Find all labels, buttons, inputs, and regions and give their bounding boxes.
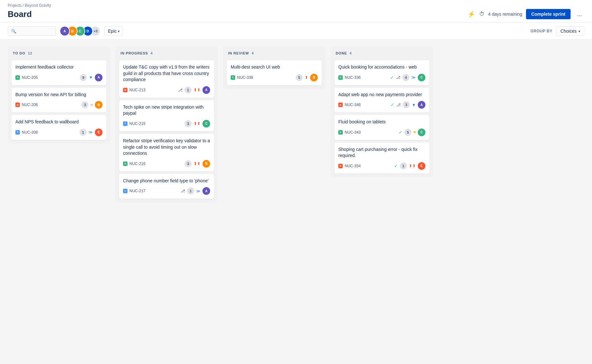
user-avatar: A <box>418 101 425 109</box>
user-avatar: A <box>202 187 210 195</box>
epic-label: Epic <box>108 29 117 34</box>
issue-id: NUC-205 <box>22 75 38 80</box>
column-header: IN REVIEW 4 <box>227 50 322 58</box>
card[interactable]: Refactor stripe verification key validat… <box>119 134 214 171</box>
card[interactable]: Change phone number field type to 'phone… <box>119 174 214 199</box>
issue-type-icon: T <box>123 189 127 193</box>
issue-id: NUC-336 <box>345 75 361 80</box>
column-count-inprogress: 4 <box>151 51 153 55</box>
complete-sprint-button[interactable]: Complete sprint <box>526 9 571 19</box>
priority-icon: ≡ <box>90 103 93 107</box>
card-title: Multi-dest search UI web <box>231 64 318 70</box>
issue-type-icon: B <box>338 103 343 107</box>
card-title: Quick booking for accomodations - web <box>338 64 425 70</box>
user-avatar: E <box>95 128 103 136</box>
column-header: DONE 4 <box>334 50 429 58</box>
branch-icon: ⎇ <box>396 75 400 80</box>
priority-icon: ⬆⬆ <box>193 121 201 126</box>
issue-type-icon: S <box>123 161 127 166</box>
count-badge: 1 <box>185 87 192 94</box>
priority-icon: ≫ <box>411 75 416 80</box>
issue-type-icon: B <box>123 88 127 92</box>
issue-id: NUC-213 <box>129 88 145 92</box>
branch-icon: ⎇ <box>396 103 401 107</box>
count-badge: 9 <box>80 74 87 81</box>
user-avatar: B <box>95 101 103 109</box>
card-title: Bump version for new API for billing <box>15 92 103 98</box>
card[interactable]: Multi-dest search UI web S NUC-338 5 ⬆ B <box>227 60 322 85</box>
search-box[interactable]: 🔍 <box>8 26 56 36</box>
choices-dropdown[interactable]: Choices ▾ <box>556 26 584 36</box>
column-header: IN PROGRESS 4 <box>119 50 214 58</box>
priority-icon: ⬆⬆ <box>193 161 201 166</box>
card[interactable]: Add NPS feedback to wallboard T NUC-208 … <box>12 115 106 140</box>
card-title: Shoping cart purchasing error - quick fi… <box>338 146 425 159</box>
card-title: Add NPS feedback to wallboard <box>15 119 103 125</box>
priority-icon: ≫ <box>88 130 93 135</box>
column-title-done: DONE <box>336 51 347 55</box>
chevron-down-icon: ▾ <box>118 29 119 33</box>
user-avatar: E <box>418 162 425 170</box>
issue-type-icon: S <box>15 75 20 80</box>
issue-type-icon: S <box>338 130 343 135</box>
card-title: Refactor stripe verification key validat… <box>123 138 210 157</box>
column-title-inprogress: IN PROGRESS <box>120 51 148 55</box>
branch-icon: ⎇ <box>181 189 185 193</box>
avatar[interactable]: A <box>60 26 70 36</box>
card[interactable]: Update T&C copy with v1.9 from the write… <box>119 60 214 98</box>
column-count-todo: 12 <box>28 51 32 55</box>
search-input[interactable] <box>18 29 52 34</box>
user-avatar: C <box>202 120 210 128</box>
issue-id: NUC-216 <box>129 161 145 166</box>
group-by-label: GROUP BY <box>530 29 553 33</box>
card-title: Change phone number field type to 'phone… <box>123 178 210 184</box>
issue-type-icon: B <box>338 164 343 168</box>
count-badge: 1 <box>79 129 86 136</box>
card[interactable]: Adapt web app no new payments provider B… <box>334 88 429 113</box>
count-badge: 3 <box>81 101 88 108</box>
priority-icon: ▼ <box>89 75 93 80</box>
issue-id: NUC-208 <box>22 130 38 135</box>
clock-icon: ⏱ <box>479 11 484 17</box>
issue-id: NUC-346 <box>345 103 361 107</box>
user-avatar: B <box>310 74 318 81</box>
priority-icon: ≡ <box>413 130 416 135</box>
count-badge: 4 <box>402 74 409 81</box>
column-title-inreview: IN REVIEW <box>228 51 249 55</box>
avatar-group: A B C D +3 <box>60 26 101 36</box>
card[interactable]: Implement feedback collector S NUC-205 9… <box>12 60 106 85</box>
count-badge: 1 <box>187 187 194 194</box>
count-badge: 5 <box>404 129 411 136</box>
priority-icon: ▼ <box>412 103 416 107</box>
issue-type-icon: T <box>123 121 127 126</box>
search-icon: 🔍 <box>11 29 16 34</box>
column-done: DONE 4 Quick booking for accomodations -… <box>331 46 433 178</box>
check-icon: ✓ <box>390 75 394 80</box>
user-avatar: B <box>202 160 210 168</box>
check-icon: ✓ <box>399 130 402 135</box>
column-inprogress: IN PROGRESS 4 Update T&C copy with v1.9 … <box>115 46 218 203</box>
column-count-inreview: 4 <box>251 51 254 55</box>
column-inreview: IN REVIEW 4 Multi-dest search UI web S N… <box>223 46 325 89</box>
more-options-button[interactable]: ... <box>574 10 584 19</box>
count-badge: 3 <box>185 120 192 127</box>
card[interactable]: Shoping cart purchasing error - quick fi… <box>334 143 429 174</box>
issue-id: NUC-206 <box>22 103 38 107</box>
card[interactable]: Bump version for new API for billing B N… <box>12 88 106 113</box>
card[interactable]: Quick booking for accomodations - web S … <box>334 60 429 85</box>
column-title-todo: TO DO <box>13 51 25 55</box>
priority-icon: ⬆⬆ <box>409 163 416 168</box>
card-title: Update T&C copy with v1.9 from the write… <box>123 64 210 83</box>
column-count-done: 4 <box>349 51 352 55</box>
column-header: TO DO 12 <box>12 50 106 58</box>
card[interactable]: Tech spike on new stripe integration wit… <box>119 100 214 131</box>
issue-type-icon: B <box>15 103 20 107</box>
epic-filter[interactable]: Epic ▾ <box>104 26 123 36</box>
user-avatar: C <box>418 128 425 136</box>
bolt-icon: ⚡ <box>467 10 475 18</box>
count-badge: 3 <box>403 101 410 108</box>
card[interactable]: Fluid booking on tablets S NUC-343 ✓ 5 ≡… <box>334 115 429 140</box>
priority-icon: ⬆ <box>305 75 308 80</box>
check-icon: ✓ <box>394 163 398 169</box>
issue-type-icon: S <box>231 75 235 80</box>
